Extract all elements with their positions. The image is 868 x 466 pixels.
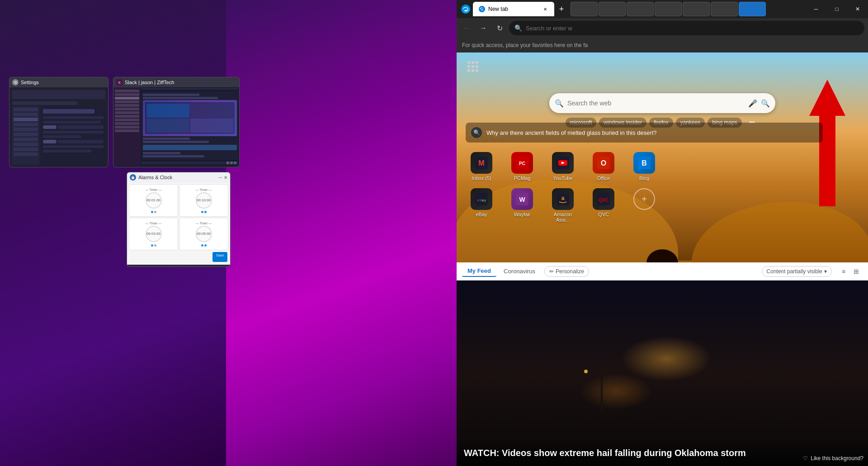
background-center xyxy=(226,0,457,466)
slack-msg xyxy=(143,155,204,157)
add-shortcut-item[interactable]: + xyxy=(628,188,660,210)
settings-icon: ⚙ xyxy=(12,79,19,86)
alarms-start-btn[interactable]: Start xyxy=(212,252,227,262)
new-tab-button[interactable]: + xyxy=(554,2,569,16)
timer-dot xyxy=(201,211,203,213)
apps-dot xyxy=(472,65,474,68)
app-ebay[interactable]: e B a y eBay xyxy=(466,188,497,217)
tab-favicon xyxy=(478,5,486,13)
minimize-button[interactable]: ─ xyxy=(806,0,826,18)
qvc-svg: QVC xyxy=(597,193,610,205)
app-pcmag-label: PCMag xyxy=(514,176,531,181)
app-youtube[interactable]: YouTube xyxy=(547,152,579,181)
settings-thumbnail[interactable]: ⚙ Settings xyxy=(9,77,108,167)
tab-close-button[interactable]: ✕ xyxy=(542,5,549,13)
app-bing-label: Bing xyxy=(639,176,649,181)
slack-msg xyxy=(143,94,199,96)
storm-light-2 xyxy=(580,373,652,409)
fav-thumb-6 xyxy=(711,2,738,16)
pencil-icon: ✏ xyxy=(549,268,554,275)
app-pcmag[interactable]: PC PCMag xyxy=(506,152,538,181)
alarms-close-btn[interactable]: ✕ xyxy=(224,175,227,180)
window-thumbnails-container: ⚙ Settings xyxy=(9,77,240,267)
slack-nav xyxy=(115,115,139,118)
settings-toggle xyxy=(43,125,57,129)
forward-button[interactable]: → xyxy=(476,21,490,35)
settings-nav-item xyxy=(14,128,38,131)
wayfair-icon: W xyxy=(511,188,533,210)
address-input-area[interactable]: 🔍 xyxy=(509,21,864,35)
feed-tab-my-feed[interactable]: My Feed xyxy=(462,266,496,277)
back-button[interactable]: ← xyxy=(460,21,474,35)
web-search-input[interactable] xyxy=(567,100,745,107)
apps-menu-button[interactable] xyxy=(466,59,480,74)
slack-msg xyxy=(143,138,190,140)
app-wayfair[interactable]: W Wayfair xyxy=(506,188,538,217)
settings-nav-item xyxy=(14,133,38,136)
feed-tabs-bar: My Feed Coronavirus ✏ Personalize Conten… xyxy=(457,262,868,281)
personalize-button[interactable]: ✏ Personalize xyxy=(544,266,589,277)
app-bing[interactable]: B Bing xyxy=(628,152,660,181)
search-go-button[interactable]: 🔍 xyxy=(761,99,770,108)
grid-layout-button[interactable]: ⊞ xyxy=(850,265,863,278)
settings-toggle-label xyxy=(58,125,104,129)
alarms-thumb-content: — Timer — 00:01:00 — Timer — 00:10:00 xyxy=(127,182,230,265)
web-search-box[interactable]: 🔍 🎤 🔍 xyxy=(549,93,775,113)
alarms-thumbnail[interactable]: ⏰ Alarms & Clock ─ ✕ — Timer — 00:01:00 xyxy=(127,172,231,267)
timer-dot xyxy=(154,244,156,247)
maximize-button[interactable]: □ xyxy=(826,0,847,18)
slack-preview-inner xyxy=(145,102,235,134)
list-layout-button[interactable]: ≡ xyxy=(837,265,850,278)
feed-tab-coronavirus[interactable]: Coronavirus xyxy=(498,266,541,276)
app-amazon[interactable]: a Amazon Assi... xyxy=(547,188,579,223)
app-inbox[interactable]: M Inbox (5) xyxy=(466,152,497,181)
slack-icon: S xyxy=(116,79,123,86)
browser-active-tab[interactable]: New tab ✕ xyxy=(473,2,554,16)
timer-3-label: — Timer — xyxy=(146,222,161,225)
fav-thumb-1 xyxy=(571,2,598,16)
timer-dot xyxy=(151,244,153,247)
settings-content-row xyxy=(43,145,104,148)
settings-toggle-row-2 xyxy=(43,140,104,143)
office-svg: O xyxy=(597,157,610,169)
app-qvc-label: QVC xyxy=(598,212,609,217)
settings-content-row xyxy=(43,109,94,114)
timer-2-dots xyxy=(201,211,207,213)
slack-ctrl-btn xyxy=(226,162,229,164)
slack-thumb-title: S Slack | jason | ZiffTech xyxy=(113,77,239,87)
address-input[interactable] xyxy=(526,25,859,32)
app-qvc[interactable]: QVC QVC xyxy=(588,188,619,217)
news-card-main[interactable]: WATCH: Videos show extreme hail falling … xyxy=(457,281,868,466)
my-feed-label: My Feed xyxy=(467,267,491,274)
inbox-svg: M xyxy=(475,157,488,169)
web-search-icon: 🔍 xyxy=(555,99,564,108)
like-background-button[interactable]: ♡ Like this background? xyxy=(803,455,863,461)
app-office-label: Office xyxy=(597,176,610,181)
timer-4-display: 00:05:00 xyxy=(196,226,212,242)
settings-nav-item xyxy=(14,138,38,141)
timer-1: — Timer — 00:01:00 xyxy=(129,184,178,217)
alarms-minimize-btn[interactable]: ─ xyxy=(219,175,222,180)
chevron-down-icon: ▾ xyxy=(824,268,827,275)
apps-dot xyxy=(472,61,474,64)
mic-button[interactable]: 🎤 xyxy=(748,99,757,108)
settings-sidebar-mock xyxy=(12,106,105,165)
close-button[interactable]: ✕ xyxy=(847,0,868,18)
refresh-button[interactable]: ↻ xyxy=(493,21,506,35)
slack-nav xyxy=(115,126,139,128)
ebay-svg: e B a y xyxy=(475,193,488,205)
slack-nav xyxy=(115,108,139,110)
wayfair-svg: W xyxy=(516,193,528,205)
settings-nav-item xyxy=(14,108,38,111)
add-shortcut-button[interactable]: + xyxy=(633,188,655,210)
slack-screenshot-preview xyxy=(143,100,237,136)
timer-2-display: 00:10:00 xyxy=(196,192,212,209)
slack-thumbnail[interactable]: S Slack | jason | ZiffTech xyxy=(113,77,240,167)
settings-main xyxy=(41,106,105,165)
suggested-question-card[interactable]: 🔍 Why are there ancient fields of melted… xyxy=(466,123,823,143)
timer-1-time: 00:01:00 xyxy=(146,198,160,202)
ebay-icon: e B a y xyxy=(471,188,492,210)
app-office[interactable]: O Office xyxy=(588,152,619,181)
content-visibility-button[interactable]: Content partially visible ▾ xyxy=(762,266,832,277)
favorites-thumbnails xyxy=(571,2,806,16)
